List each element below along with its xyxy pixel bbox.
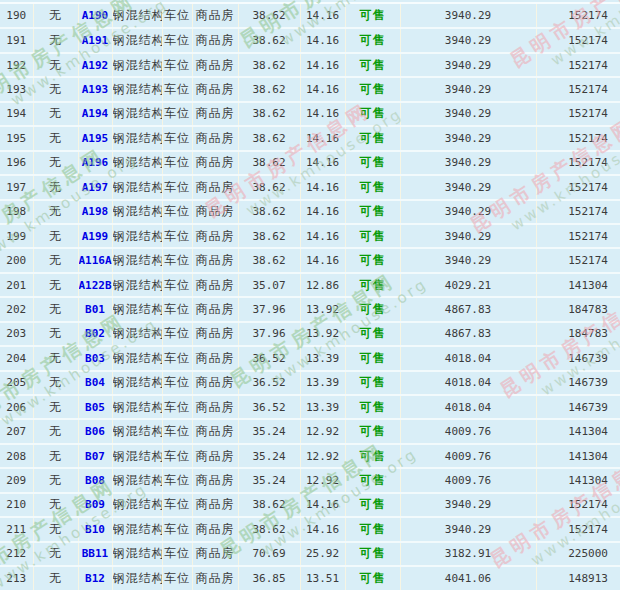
unit-link[interactable]: A192: [78, 53, 112, 77]
use-cell: 车位: [162, 4, 192, 28]
status-badge: 可售: [345, 200, 400, 224]
inner-area-cell: 14.16: [300, 493, 345, 517]
mortgage-cell: 无: [33, 322, 78, 346]
table-body: 190 无 A190 钢混结构 车位 商品房 38.62 14.16 可售 39…: [0, 4, 620, 590]
status-badge: 可售: [345, 566, 400, 590]
unit-link[interactable]: A196: [78, 151, 112, 175]
total-price-cell: 141304: [536, 468, 620, 492]
seq-cell: 209: [0, 468, 33, 492]
unit-link[interactable]: B09: [78, 493, 112, 517]
total-price-cell: 148913: [536, 566, 620, 590]
unit-link[interactable]: BB11: [78, 542, 112, 566]
inner-area-cell: 13.51: [300, 566, 345, 590]
seq-cell: 213: [0, 566, 33, 590]
unit-link[interactable]: A193: [78, 77, 112, 101]
type-cell: 商品房: [192, 493, 238, 517]
seq-cell: 204: [0, 346, 33, 370]
unit-price-cell: 3940.29: [400, 102, 536, 126]
unit-price-cell: 4018.04: [400, 346, 536, 370]
structure-cell: 钢混结构: [112, 28, 162, 52]
total-price-cell: 146739: [536, 371, 620, 395]
area-cell: 36.52: [238, 371, 300, 395]
seq-cell: 194: [0, 102, 33, 126]
mortgage-cell: 无: [33, 248, 78, 272]
unit-link[interactable]: A116A: [78, 248, 112, 272]
mortgage-cell: 无: [33, 566, 78, 590]
unit-link[interactable]: B01: [78, 297, 112, 321]
unit-link[interactable]: B05: [78, 395, 112, 419]
mortgage-cell: 无: [33, 542, 78, 566]
structure-cell: 钢混结构: [112, 200, 162, 224]
area-cell: 38.62: [238, 102, 300, 126]
unit-link[interactable]: B10: [78, 517, 112, 541]
unit-link[interactable]: A191: [78, 28, 112, 52]
unit-link[interactable]: B04: [78, 371, 112, 395]
type-cell: 商品房: [192, 224, 238, 248]
unit-link[interactable]: B07: [78, 444, 112, 468]
area-cell: 35.24: [238, 444, 300, 468]
mortgage-cell: 无: [33, 77, 78, 101]
structure-cell: 钢混结构: [112, 517, 162, 541]
unit-link[interactable]: B02: [78, 322, 112, 346]
unit-link[interactable]: B06: [78, 419, 112, 443]
area-cell: 36.52: [238, 346, 300, 370]
inner-area-cell: 14.16: [300, 200, 345, 224]
unit-price-cell: 4867.83: [400, 297, 536, 321]
area-cell: 38.62: [238, 517, 300, 541]
use-cell: 车位: [162, 224, 192, 248]
type-cell: 商品房: [192, 297, 238, 321]
status-badge: 可售: [345, 542, 400, 566]
type-cell: 商品房: [192, 126, 238, 150]
status-badge: 可售: [345, 273, 400, 297]
use-cell: 车位: [162, 395, 192, 419]
table-row: 196 无 A196 钢混结构 车位 商品房 38.62 14.16 可售 39…: [0, 151, 620, 175]
mortgage-cell: 无: [33, 493, 78, 517]
total-price-cell: 152174: [536, 248, 620, 272]
unit-price-cell: 3940.29: [400, 126, 536, 150]
total-price-cell: 141304: [536, 419, 620, 443]
type-cell: 商品房: [192, 102, 238, 126]
unit-link[interactable]: A195: [78, 126, 112, 150]
inner-area-cell: 14.16: [300, 224, 345, 248]
type-cell: 商品房: [192, 53, 238, 77]
area-cell: 36.52: [238, 395, 300, 419]
mortgage-cell: 无: [33, 395, 78, 419]
seq-cell: 199: [0, 224, 33, 248]
unit-link[interactable]: B12: [78, 566, 112, 590]
structure-cell: 钢混结构: [112, 542, 162, 566]
mortgage-cell: 无: [33, 224, 78, 248]
unit-link[interactable]: B03: [78, 346, 112, 370]
table-row: 192 无 A192 钢混结构 车位 商品房 38.62 14.16 可售 39…: [0, 53, 620, 77]
structure-cell: 钢混结构: [112, 395, 162, 419]
unit-price-cell: 4009.76: [400, 468, 536, 492]
seq-cell: 211: [0, 517, 33, 541]
total-price-cell: 152174: [536, 175, 620, 199]
inner-area-cell: 14.16: [300, 102, 345, 126]
seq-cell: 193: [0, 77, 33, 101]
unit-link[interactable]: B08: [78, 468, 112, 492]
type-cell: 商品房: [192, 248, 238, 272]
mortgage-cell: 无: [33, 346, 78, 370]
seq-cell: 207: [0, 419, 33, 443]
unit-link[interactable]: A190: [78, 4, 112, 28]
structure-cell: 钢混结构: [112, 468, 162, 492]
unit-link[interactable]: A199: [78, 224, 112, 248]
inner-area-cell: 14.16: [300, 4, 345, 28]
total-price-cell: 152174: [536, 493, 620, 517]
unit-link[interactable]: A122B: [78, 273, 112, 297]
use-cell: 车位: [162, 346, 192, 370]
unit-link[interactable]: A198: [78, 200, 112, 224]
mortgage-cell: 无: [33, 419, 78, 443]
use-cell: 车位: [162, 297, 192, 321]
unit-link[interactable]: A197: [78, 175, 112, 199]
mortgage-cell: 无: [33, 371, 78, 395]
total-price-cell: 141304: [536, 273, 620, 297]
status-badge: 可售: [345, 175, 400, 199]
area-cell: 38.62: [238, 126, 300, 150]
unit-price-cell: 3940.29: [400, 175, 536, 199]
unit-link[interactable]: A194: [78, 102, 112, 126]
use-cell: 车位: [162, 468, 192, 492]
unit-price-cell: 3182.91: [400, 542, 536, 566]
seq-cell: 195: [0, 126, 33, 150]
status-badge: 可售: [345, 395, 400, 419]
